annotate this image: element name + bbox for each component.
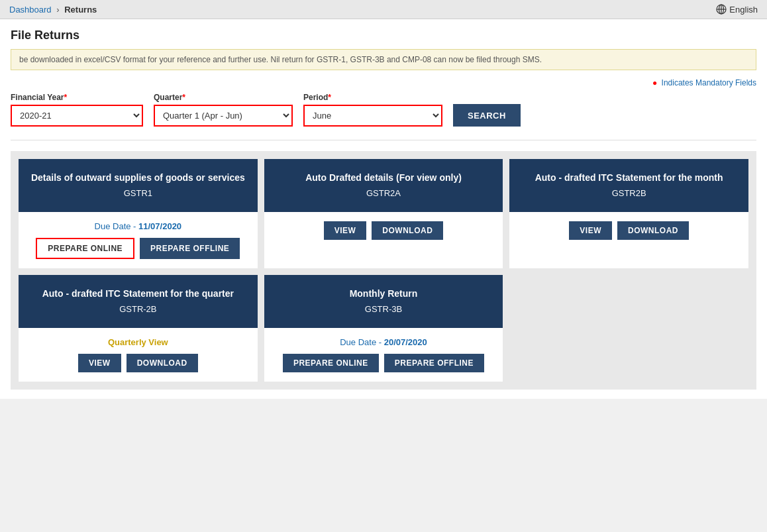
card-gstr3b-body: Due Date - 20/07/2020 PREPARE ONLINE PRE… xyxy=(264,328,503,382)
card-gstr2a-subtitle: GSTR2A xyxy=(366,187,401,199)
card-gstr1-body: Due Date - 11/07/2020 PREPARE ONLINE PRE… xyxy=(19,212,258,268)
card-gstr1-due-date: Due Date - 11/07/2020 xyxy=(29,221,247,231)
cards-section: Details of outward supplies of goods or … xyxy=(11,151,756,390)
language-button[interactable]: English xyxy=(716,4,758,15)
language-label: English xyxy=(729,5,758,15)
card-gstr2b-monthly-actions: VIEW DOWNLOAD xyxy=(520,221,738,240)
gstr2a-download-button[interactable]: DOWNLOAD xyxy=(372,221,443,240)
card-gstr1-subtitle: GSTR1 xyxy=(124,187,152,199)
card-gstr2a-header: Auto Drafted details (For view only) GST… xyxy=(264,159,503,212)
gstr2b-quarterly-download-button[interactable]: DOWNLOAD xyxy=(127,354,198,372)
mandatory-dot: ● xyxy=(652,78,657,87)
quarter-select[interactable]: Quarter 1 (Apr - Jun) Quarter 2 (Jul - S… xyxy=(154,105,293,127)
page-title: File Returns xyxy=(11,28,756,42)
card-gstr1-title: Details of outward supplies of goods or … xyxy=(31,172,245,185)
financial-year-group: Financial Year* 2020-21 2019-20 2018-19 xyxy=(11,93,143,127)
card-gstr2b-monthly-body: VIEW DOWNLOAD xyxy=(509,212,748,268)
financial-year-label: Financial Year* xyxy=(11,93,143,102)
top-bar: Dashboard › Returns English xyxy=(0,0,767,19)
cards-row-1: Details of outward supplies of goods or … xyxy=(19,159,748,268)
card-gstr2b-quarterly-subtitle: GSTR-2B xyxy=(119,303,156,315)
main-content: File Returns be downloaded in excel/CSV … xyxy=(0,19,767,399)
card-gstr2a-title: Auto Drafted details (For view only) xyxy=(305,172,462,185)
breadcrumb-current: Returns xyxy=(64,5,97,15)
gstr3b-prepare-online-button[interactable]: PREPARE ONLINE xyxy=(283,354,379,372)
gstr1-prepare-online-button[interactable]: PREPARE ONLINE xyxy=(36,238,134,259)
card-gstr3b-due-date: Due Date - 20/07/2020 xyxy=(275,337,493,347)
financial-year-select[interactable]: 2020-21 2019-20 2018-19 xyxy=(11,105,143,127)
quarterly-view-label: Quarterly View xyxy=(29,337,247,347)
filter-row: Financial Year* 2020-21 2019-20 2018-19 … xyxy=(11,93,756,127)
card-gstr3b-actions: PREPARE ONLINE PREPARE OFFLINE xyxy=(275,354,493,372)
gstr2b-monthly-view-button[interactable]: VIEW xyxy=(569,221,612,240)
breadcrumb-separator: › xyxy=(56,5,59,15)
dashboard-link[interactable]: Dashboard xyxy=(9,5,52,15)
card-gstr1-actions: PREPARE ONLINE PREPARE OFFLINE xyxy=(29,238,247,259)
period-select[interactable]: April May June xyxy=(303,105,442,127)
card-gstr2a-actions: VIEW DOWNLOAD xyxy=(275,221,493,240)
search-button[interactable]: SEARCH xyxy=(453,104,521,127)
card-gstr3b-title: Monthly Return xyxy=(350,288,418,301)
quarter-label: Quarter* xyxy=(154,93,293,102)
card-gstr2b-quarterly-body: Quarterly View VIEW DOWNLOAD xyxy=(19,328,258,382)
card-gstr1-header: Details of outward supplies of goods or … xyxy=(19,159,258,212)
breadcrumb: Dashboard › Returns xyxy=(9,5,97,15)
gstr3b-prepare-offline-button[interactable]: PREPARE OFFLINE xyxy=(384,354,484,372)
card-gstr2b-quarterly-actions: VIEW DOWNLOAD xyxy=(29,354,247,372)
mandatory-text: Indicates Mandatory Fields xyxy=(662,78,756,87)
gstr2b-monthly-download-button[interactable]: DOWNLOAD xyxy=(617,221,689,240)
card-gstr3b-header: Monthly Return GSTR-3B xyxy=(264,275,503,328)
card-gstr2b-monthly: Auto - drafted ITC Statement for the mon… xyxy=(509,159,748,268)
card-gstr2b-quarterly: Auto - drafted ITC Statement for the qua… xyxy=(19,275,258,382)
card-gstr3b: Monthly Return GSTR-3B Due Date - 20/07/… xyxy=(264,275,503,382)
notice-bar: be downloaded in excel/CSV format for yo… xyxy=(11,49,756,70)
card-gstr2b-monthly-subtitle: GSTR2B xyxy=(612,187,646,199)
globe-icon xyxy=(716,4,727,15)
card-gstr2b-quarterly-header: Auto - drafted ITC Statement for the qua… xyxy=(19,275,258,328)
quarter-group: Quarter* Quarter 1 (Apr - Jun) Quarter 2… xyxy=(154,93,293,127)
card-gstr1: Details of outward supplies of goods or … xyxy=(19,159,258,268)
card-gstr3b-subtitle: GSTR-3B xyxy=(365,303,402,315)
empty-card xyxy=(509,275,748,382)
gstr2b-quarterly-view-button[interactable]: VIEW xyxy=(78,354,121,372)
gstr1-prepare-offline-button[interactable]: PREPARE OFFLINE xyxy=(140,238,240,259)
gstr2a-view-button[interactable]: VIEW xyxy=(324,221,367,240)
period-label: Period* xyxy=(303,93,442,102)
mandatory-note: ● Indicates Mandatory Fields xyxy=(11,78,756,87)
cards-row-2: Auto - drafted ITC Statement for the qua… xyxy=(19,275,748,382)
period-group: Period* April May June xyxy=(303,93,442,127)
divider xyxy=(11,140,756,140)
card-gstr2b-monthly-title: Auto - drafted ITC Statement for the mon… xyxy=(535,172,723,185)
card-gstr2a: Auto Drafted details (For view only) GST… xyxy=(264,159,503,268)
card-gstr2a-body: VIEW DOWNLOAD xyxy=(264,212,503,268)
card-gstr2b-quarterly-title: Auto - drafted ITC Statement for the qua… xyxy=(42,288,234,301)
card-gstr2b-monthly-header: Auto - drafted ITC Statement for the mon… xyxy=(509,159,748,212)
